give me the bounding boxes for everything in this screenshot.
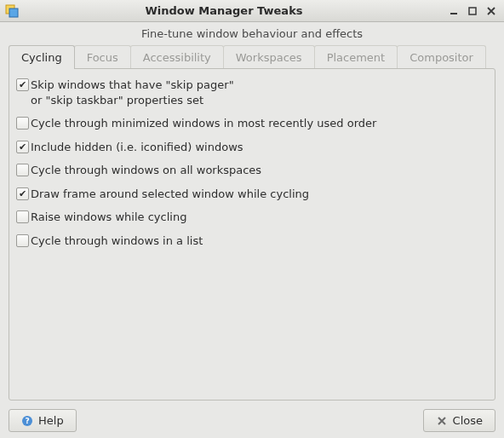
tab-compositor[interactable]: Compositor [397, 45, 486, 69]
checkbox[interactable] [16, 187, 29, 200]
window-subtitle: Fine-tune window behaviour and effects [0, 22, 504, 45]
close-icon [436, 415, 448, 427]
minimize-button[interactable] [446, 3, 461, 19]
close-button-label: Close [453, 414, 483, 427]
tab-label: Workspaces [236, 51, 302, 64]
tab-label: Accessibility [143, 51, 211, 64]
option-label: Cycle through minimized windows in most … [31, 116, 376, 131]
option-label: Cycle through windows on all workspaces [31, 163, 261, 178]
tab-panel-cycling: Skip windows that have "skip pager" or "… [9, 68, 495, 401]
svg-text:?: ? [25, 417, 29, 425]
option-row[interactable]: Draw frame around selected window while … [16, 187, 488, 202]
tab-workspaces[interactable]: Workspaces [223, 45, 315, 69]
checkbox[interactable] [16, 141, 29, 153]
help-button-label: Help [38, 414, 64, 427]
cycling-options: Skip windows that have "skip pager" or "… [16, 78, 488, 248]
option-label: Draw frame around selected window while … [31, 187, 309, 202]
checkbox[interactable] [16, 78, 29, 91]
help-icon: ? [21, 415, 33, 427]
svg-rect-2 [450, 13, 457, 14]
titlebar: Window Manager Tweaks [0, 0, 504, 22]
option-row[interactable]: Cycle through minimized windows in most … [16, 116, 488, 131]
checkbox[interactable] [16, 210, 29, 223]
option-row[interactable]: Include hidden (i.e. iconified) windows [16, 140, 488, 155]
checkbox[interactable] [16, 234, 29, 247]
content-frame: CyclingFocusAccessibilityWorkspacesPlace… [9, 45, 495, 401]
window-title: Window Manager Tweaks [5, 4, 443, 17]
tab-accessibility[interactable]: Accessibility [130, 45, 224, 69]
tab-bar: CyclingFocusAccessibilityWorkspacesPlace… [9, 45, 495, 69]
tab-label: Cycling [21, 51, 62, 64]
option-label: Raise windows while cycling [31, 210, 186, 225]
dialog-footer: ? Help Close [0, 409, 504, 438]
tab-label: Compositor [410, 51, 473, 64]
tab-label: Placement [327, 51, 386, 64]
option-label: Skip windows that have "skip pager" or "… [31, 78, 234, 107]
close-window-button[interactable] [484, 3, 499, 19]
tab-label: Focus [87, 51, 118, 64]
tab-focus[interactable]: Focus [74, 45, 131, 69]
option-row[interactable]: Skip windows that have "skip pager" or "… [16, 78, 488, 107]
option-label: Cycle through windows in a list [31, 233, 203, 249]
tab-cycling[interactable]: Cycling [9, 45, 75, 69]
close-button[interactable]: Close [423, 409, 495, 432]
help-button[interactable]: ? Help [9, 409, 77, 432]
option-label: Include hidden (i.e. iconified) windows [31, 140, 243, 155]
tab-placement[interactable]: Placement [314, 45, 398, 69]
checkbox[interactable] [16, 117, 29, 130]
maximize-button[interactable] [465, 3, 480, 19]
option-row[interactable]: Cycle through windows in a list [16, 233, 488, 249]
option-row[interactable]: Raise windows while cycling [16, 210, 488, 225]
checkbox[interactable] [16, 164, 29, 176]
svg-rect-3 [469, 8, 476, 14]
option-row[interactable]: Cycle through windows on all workspaces [16, 163, 488, 178]
